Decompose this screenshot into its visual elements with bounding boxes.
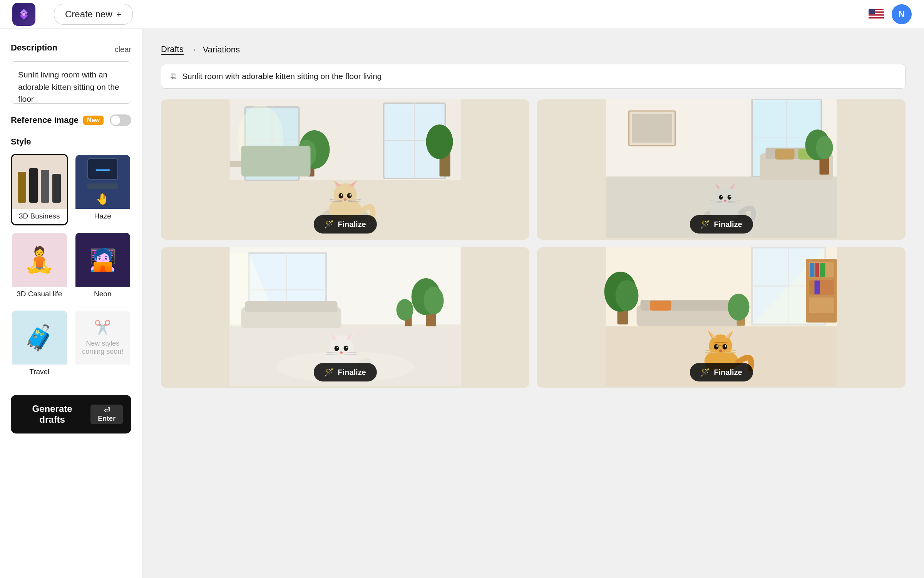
style-3d-business-image [12,155,67,209]
svg-point-28 [341,194,343,196]
prompt-bar: ⧉ Sunlit room with adorable kitten sitti… [161,64,906,89]
sidebar: Description clear Sunlit living room wit… [0,29,142,578]
svg-rect-45 [775,149,795,160]
svg-rect-109 [820,263,825,277]
svg-point-128 [716,345,718,347]
reference-image-toggle[interactable] [110,114,131,126]
finalize-label-3: Finalize [338,368,366,377]
svg-line-132 [705,352,718,353]
svg-line-34 [348,202,361,202]
svg-point-88 [344,346,348,351]
svg-point-130 [719,349,722,352]
finalize-button-3[interactable]: 🪄 Finalize [313,363,377,381]
coming-soon-icon: ✂️ [94,319,111,336]
style-3d-figures [12,155,67,209]
svg-point-49 [816,136,833,159]
finalize-button-1[interactable]: 🪄 Finalize [313,215,377,234]
svg-line-65 [728,203,740,203]
clear-button[interactable]: clear [115,45,131,54]
style-neon-label: Neon [75,287,131,302]
style-card-haze[interactable]: ▬▬▬ 🤚 Haze [74,154,132,225]
coming-soon-text: New stylescoming soon! [82,339,123,356]
style-card-neon[interactable]: 🧑‍💻 Neon [74,232,132,303]
svg-rect-108 [815,263,819,277]
style-card-travel[interactable]: 🧳 Travel [11,309,68,381]
style-card-coming-soon: ✂️ New stylescoming soon! [74,309,132,381]
style-casual-label: 3D Casual life [12,287,67,302]
svg-point-27 [347,193,352,198]
breadcrumb: Drafts → Variations [161,44,906,55]
svg-rect-106 [809,297,834,313]
finalize-icon-1: 🪄 [324,220,334,229]
description-input[interactable]: Sunlit living room with an adorable kitt… [11,61,131,104]
svg-point-0 [22,13,25,16]
image-cell-1: 🪄 Finalize [161,99,529,240]
svg-rect-114 [650,301,671,311]
svg-point-87 [335,346,339,351]
avatar[interactable]: N [892,4,912,24]
header-right: N [869,4,912,24]
neon-content: 🧑‍💻 [89,233,116,287]
haze-keyboard [87,183,118,189]
create-new-label: Create new [65,9,112,20]
right-panel: Drafts → Variations ⧉ Sunlit room with a… [142,29,924,578]
finalize-icon-4: 🪄 [700,368,710,377]
svg-point-60 [730,196,731,197]
create-new-icon: + [116,9,122,20]
description-label: Description [11,43,57,53]
style-card-3d-casual[interactable]: 🧘 3D Casual life [11,232,68,303]
keyboard-hint: ⏎ Enter [90,405,123,424]
svg-rect-74 [245,301,338,312]
svg-point-117 [616,280,639,311]
style-card-3d-business[interactable]: 3D Business [11,154,68,225]
svg-point-26 [339,193,343,198]
svg-point-89 [337,347,338,348]
coming-soon-content: ✂️ New stylescoming soon! [82,311,123,365]
haze-hand: 🤚 [96,193,109,205]
svg-point-126 [714,344,719,349]
travel-content: 🧳 [24,311,55,365]
haze-content: ▬▬▬ 🤚 [87,155,118,209]
svg-rect-38 [632,114,672,143]
breadcrumb-drafts[interactable]: Drafts [161,44,184,55]
svg-line-95 [345,354,357,355]
svg-point-129 [725,345,726,347]
new-badge: New [83,116,104,125]
figure-1 [18,172,26,203]
reference-image-row: Reference image New [11,114,131,126]
breadcrumb-arrow: → [189,45,198,55]
finalize-label-1: Finalize [338,220,366,229]
svg-point-30 [344,198,347,201]
generate-drafts-button[interactable]: Generate drafts ⏎ Enter [11,395,131,434]
casual-content: 🧘 [24,233,55,287]
finalize-icon-3: 🪄 [324,368,334,377]
style-neon-image: 🧑‍💻 [75,233,131,287]
style-travel-label: Travel [12,365,67,380]
flag-icon [869,9,884,19]
finalize-button-2[interactable]: 🪄 Finalize [690,215,753,234]
figure-2 [29,168,38,203]
create-new-button[interactable]: Create new + [54,4,133,25]
svg-point-57 [719,195,723,200]
finalize-label-2: Finalize [714,220,742,229]
finalize-label-4: Finalize [714,368,742,377]
style-casual-image: 🧘 [12,233,67,287]
finalize-button-4[interactable]: 🪄 Finalize [690,363,753,381]
main-content: Description clear Sunlit living room wit… [0,29,924,578]
style-haze-image: ▬▬▬ 🤚 [75,155,131,209]
svg-rect-107 [810,263,815,277]
copy-icon[interactable]: ⧉ [171,71,177,81]
svg-point-91 [340,351,343,354]
svg-line-32 [330,202,342,202]
finalize-icon-2: 🪄 [700,220,710,229]
reference-image-label: Reference image [11,115,79,125]
image-grid: 🪄 Finalize [161,99,906,388]
style-grid: 3D Business ▬▬▬ 🤚 Haze [11,154,131,381]
svg-point-90 [346,347,348,348]
svg-line-63 [711,203,722,203]
image-cell-2: 🪄 Finalize [537,99,906,240]
svg-point-119 [728,294,750,321]
svg-point-59 [721,196,723,197]
svg-line-93 [326,354,338,355]
svg-point-80 [397,299,413,321]
